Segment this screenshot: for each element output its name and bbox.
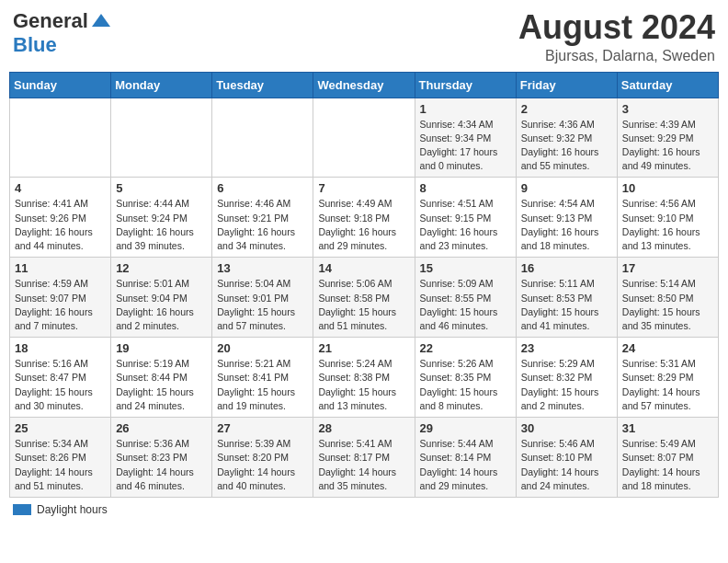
col-header-tuesday: Tuesday — [212, 72, 313, 98]
day-number: 20 — [217, 341, 308, 355]
calendar-cell: 8Sunrise: 4:51 AMSunset: 9:15 PMDaylight… — [415, 178, 516, 258]
calendar-cell: 17Sunrise: 5:14 AMSunset: 8:50 PMDayligh… — [617, 258, 718, 338]
day-info: Sunrise: 5:44 AMSunset: 8:14 PMDaylight:… — [420, 437, 511, 493]
day-info: Sunrise: 4:34 AMSunset: 9:34 PMDaylight:… — [420, 118, 511, 174]
day-number: 2 — [521, 102, 612, 116]
col-header-friday: Friday — [516, 72, 617, 98]
calendar-header-row: SundayMondayTuesdayWednesdayThursdayFrid… — [10, 72, 719, 98]
col-header-thursday: Thursday — [415, 72, 516, 98]
day-number: 27 — [217, 421, 308, 435]
day-number: 15 — [420, 261, 511, 275]
day-number: 13 — [217, 261, 308, 275]
day-info: Sunrise: 4:39 AMSunset: 9:29 PMDaylight:… — [622, 118, 713, 174]
day-info: Sunrise: 5:06 AMSunset: 8:58 PMDaylight:… — [318, 277, 409, 333]
day-number: 16 — [521, 261, 612, 275]
calendar-cell: 28Sunrise: 5:41 AMSunset: 8:17 PMDayligh… — [313, 418, 415, 498]
col-header-saturday: Saturday — [617, 72, 718, 98]
day-number: 19 — [116, 341, 207, 355]
day-number: 21 — [318, 341, 409, 355]
day-number: 24 — [622, 341, 713, 355]
calendar-cell: 10Sunrise: 4:56 AMSunset: 9:10 PMDayligh… — [617, 178, 718, 258]
calendar: SundayMondayTuesdayWednesdayThursdayFrid… — [9, 72, 719, 498]
day-info: Sunrise: 5:34 AMSunset: 8:26 PMDaylight:… — [15, 437, 106, 493]
day-number: 18 — [15, 341, 106, 355]
day-info: Sunrise: 5:24 AMSunset: 8:38 PMDaylight:… — [318, 357, 409, 413]
calendar-cell: 30Sunrise: 5:46 AMSunset: 8:10 PMDayligh… — [516, 418, 617, 498]
legend-label: Daylight hours — [37, 503, 108, 516]
calendar-cell: 24Sunrise: 5:31 AMSunset: 8:29 PMDayligh… — [617, 338, 718, 418]
logo-icon — [90, 10, 112, 32]
day-number: 8 — [420, 181, 511, 195]
calendar-week-row: 11Sunrise: 4:59 AMSunset: 9:07 PMDayligh… — [10, 258, 719, 338]
day-number: 22 — [420, 341, 511, 355]
month-year: August 2024 — [518, 9, 715, 46]
day-number: 17 — [622, 261, 713, 275]
day-number: 12 — [116, 261, 207, 275]
day-info: Sunrise: 5:16 AMSunset: 8:47 PMDaylight:… — [15, 357, 106, 413]
day-number: 9 — [521, 181, 612, 195]
day-info: Sunrise: 5:11 AMSunset: 8:53 PMDaylight:… — [521, 277, 612, 333]
legend-color-box — [13, 504, 31, 515]
day-info: Sunrise: 4:41 AMSunset: 9:26 PMDaylight:… — [15, 197, 106, 253]
calendar-week-row: 18Sunrise: 5:16 AMSunset: 8:47 PMDayligh… — [10, 338, 719, 418]
calendar-cell: 22Sunrise: 5:26 AMSunset: 8:35 PMDayligh… — [415, 338, 516, 418]
day-info: Sunrise: 5:09 AMSunset: 8:55 PMDaylight:… — [420, 277, 511, 333]
day-info: Sunrise: 5:31 AMSunset: 8:29 PMDaylight:… — [622, 357, 713, 413]
day-info: Sunrise: 5:21 AMSunset: 8:41 PMDaylight:… — [217, 357, 308, 413]
calendar-cell: 4Sunrise: 4:41 AMSunset: 9:26 PMDaylight… — [10, 178, 111, 258]
col-header-monday: Monday — [111, 72, 212, 98]
calendar-cell: 13Sunrise: 5:04 AMSunset: 9:01 PMDayligh… — [212, 258, 313, 338]
day-info: Sunrise: 5:29 AMSunset: 8:32 PMDaylight:… — [521, 357, 612, 413]
day-number: 28 — [318, 421, 409, 435]
calendar-cell: 16Sunrise: 5:11 AMSunset: 8:53 PMDayligh… — [516, 258, 617, 338]
day-number: 6 — [217, 181, 308, 195]
day-info: Sunrise: 5:49 AMSunset: 8:07 PMDaylight:… — [622, 437, 713, 493]
day-number: 3 — [622, 102, 713, 116]
location: Bjursas, Dalarna, Sweden — [518, 48, 715, 64]
calendar-cell: 21Sunrise: 5:24 AMSunset: 8:38 PMDayligh… — [313, 338, 415, 418]
day-number: 14 — [318, 261, 409, 275]
calendar-week-row: 1Sunrise: 4:34 AMSunset: 9:34 PMDaylight… — [10, 98, 719, 178]
day-info: Sunrise: 4:36 AMSunset: 9:32 PMDaylight:… — [521, 118, 612, 174]
svg-marker-0 — [92, 14, 110, 27]
calendar-cell: 1Sunrise: 4:34 AMSunset: 9:34 PMDaylight… — [415, 98, 516, 178]
day-info: Sunrise: 4:44 AMSunset: 9:24 PMDaylight:… — [116, 197, 207, 253]
day-number: 5 — [116, 181, 207, 195]
calendar-cell: 7Sunrise: 4:49 AMSunset: 9:18 PMDaylight… — [313, 178, 415, 258]
calendar-cell: 25Sunrise: 5:34 AMSunset: 8:26 PMDayligh… — [10, 418, 111, 498]
calendar-cell: 14Sunrise: 5:06 AMSunset: 8:58 PMDayligh… — [313, 258, 415, 338]
calendar-cell: 19Sunrise: 5:19 AMSunset: 8:44 PMDayligh… — [111, 338, 212, 418]
calendar-cell: 29Sunrise: 5:44 AMSunset: 8:14 PMDayligh… — [415, 418, 516, 498]
calendar-cell: 3Sunrise: 4:39 AMSunset: 9:29 PMDaylight… — [617, 98, 718, 178]
logo-blue-text: Blue — [13, 33, 57, 56]
day-info: Sunrise: 5:39 AMSunset: 8:20 PMDaylight:… — [217, 437, 308, 493]
day-info: Sunrise: 5:46 AMSunset: 8:10 PMDaylight:… — [521, 437, 612, 493]
calendar-cell: 20Sunrise: 5:21 AMSunset: 8:41 PMDayligh… — [212, 338, 313, 418]
day-info: Sunrise: 5:04 AMSunset: 9:01 PMDaylight:… — [217, 277, 308, 333]
logo: General Blue — [13, 9, 112, 57]
calendar-cell: 23Sunrise: 5:29 AMSunset: 8:32 PMDayligh… — [516, 338, 617, 418]
day-info: Sunrise: 4:49 AMSunset: 9:18 PMDaylight:… — [318, 197, 409, 253]
calendar-cell: 2Sunrise: 4:36 AMSunset: 9:32 PMDaylight… — [516, 98, 617, 178]
day-number: 29 — [420, 421, 511, 435]
calendar-cell: 15Sunrise: 5:09 AMSunset: 8:55 PMDayligh… — [415, 258, 516, 338]
calendar-cell: 9Sunrise: 4:54 AMSunset: 9:13 PMDaylight… — [516, 178, 617, 258]
day-info: Sunrise: 4:59 AMSunset: 9:07 PMDaylight:… — [15, 277, 106, 333]
header: General Blue August 2024 Bjursas, Dalarn… — [9, 9, 719, 64]
day-info: Sunrise: 4:54 AMSunset: 9:13 PMDaylight:… — [521, 197, 612, 253]
day-info: Sunrise: 4:51 AMSunset: 9:15 PMDaylight:… — [420, 197, 511, 253]
day-number: 23 — [521, 341, 612, 355]
day-number: 26 — [116, 421, 207, 435]
calendar-week-row: 4Sunrise: 4:41 AMSunset: 9:26 PMDaylight… — [10, 178, 719, 258]
col-header-sunday: Sunday — [10, 72, 111, 98]
day-number: 1 — [420, 102, 511, 116]
calendar-cell — [313, 98, 415, 178]
day-info: Sunrise: 5:01 AMSunset: 9:04 PMDaylight:… — [116, 277, 207, 333]
day-number: 25 — [15, 421, 106, 435]
day-info: Sunrise: 5:19 AMSunset: 8:44 PMDaylight:… — [116, 357, 207, 413]
title-area: August 2024 Bjursas, Dalarna, Sweden — [518, 9, 715, 64]
day-number: 30 — [521, 421, 612, 435]
day-number: 7 — [318, 181, 409, 195]
calendar-cell — [111, 98, 212, 178]
logo-general-text: General — [13, 9, 88, 33]
